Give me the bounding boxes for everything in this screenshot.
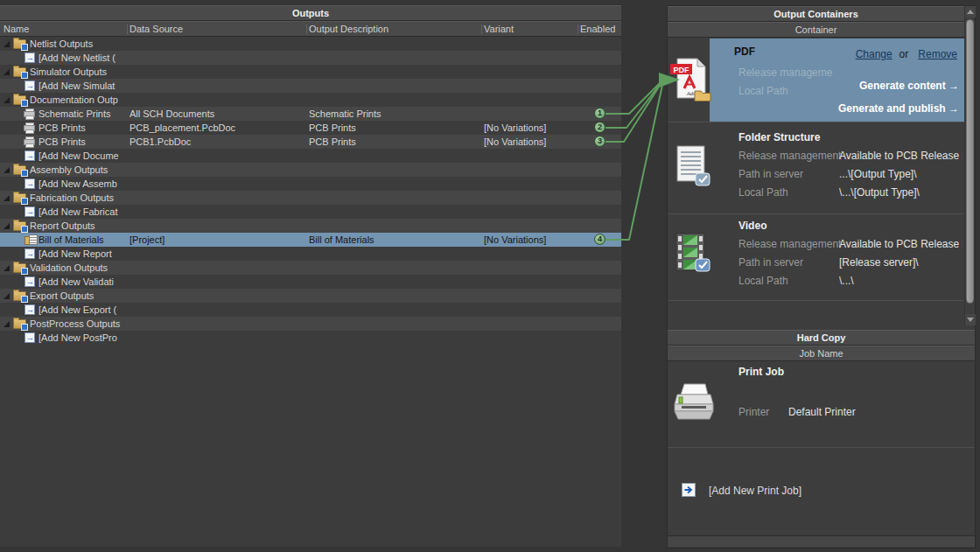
output-name: Schematic Prints <box>38 107 111 121</box>
add-new-label: [Add New PostPro <box>38 331 117 345</box>
expand-arrow-icon[interactable] <box>4 265 10 271</box>
tree-row-assembly-outputs[interactable]: Assembly Outputs <box>0 163 621 177</box>
container-assignment-badge: 3 <box>594 136 606 147</box>
change-link[interactable]: Change <box>856 48 892 60</box>
tree-row-add-new-netlist[interactable]: [Add New Netlist ( <box>0 51 621 65</box>
column-separator <box>306 24 307 34</box>
expand-arrow-icon[interactable] <box>4 69 10 75</box>
section-divider <box>668 300 964 301</box>
col-name: Name <box>4 23 29 36</box>
tree-row-pcb-prints-placement[interactable]: PCB Prints PCB_placement.PcbDoc PCB Prin… <box>0 121 621 135</box>
tree-row-report-outputs[interactable]: Report Outputs <box>0 219 621 233</box>
tree-row-add-new-validation[interactable]: [Add New Validati <box>0 275 621 289</box>
pdf-file-icon: PDF Adobe <box>669 55 711 106</box>
tree-row-netlist-outputs[interactable]: Netlist Outputs <box>0 37 621 51</box>
tree-row-validation-outputs[interactable]: Validation Outputs <box>0 261 621 275</box>
tree-row-pcb-prints-pcb1[interactable]: PCB Prints PCB1.PcbDoc PCB Prints [No Va… <box>0 135 621 149</box>
pdf-release-label: Release manageme <box>738 66 835 79</box>
generate-and-publish-button[interactable]: Generate and publish → <box>838 102 959 115</box>
expand-arrow-icon[interactable] <box>4 223 10 229</box>
output-description: PCB Prints <box>309 121 480 135</box>
fs-release-value: Available to PCB Release sys <box>839 150 962 162</box>
fs-local-label: Local Path <box>738 186 788 199</box>
folder-icon <box>13 193 26 203</box>
output-name: Bill of Materials <box>38 233 104 247</box>
output-description: Bill of Materials <box>309 233 480 247</box>
output-data-source: PCB_placement.PcbDoc <box>130 121 304 135</box>
tree-row-bill-of-materials-selected[interactable]: Bill of Materials [Project] Bill of Mate… <box>0 233 621 247</box>
expand-arrow-icon[interactable] <box>4 321 10 327</box>
add-new-icon <box>24 150 35 161</box>
tree-row-schematic-prints[interactable]: Schematic Prints All SCH Documents Schem… <box>0 107 621 121</box>
container-section-header: Container <box>668 22 964 38</box>
tree-row-add-new-documentation[interactable]: [Add New Docume <box>0 149 621 163</box>
video-title: Video <box>738 220 766 232</box>
tree-row-add-new-assembly[interactable]: [Add New Assemb <box>0 177 621 191</box>
pdf-container-highlight[interactable]: PDF Change or Remove Release manageme Lo… <box>710 38 964 122</box>
expand-arrow-icon[interactable] <box>4 167 10 173</box>
add-new-label: [Add New Fabricat <box>38 205 117 219</box>
expand-arrow-icon[interactable] <box>4 293 10 299</box>
remove-link[interactable]: Remove <box>918 48 957 60</box>
output-name: PCB Prints <box>38 121 86 135</box>
hard-copy-header: Hard Copy <box>668 330 975 346</box>
pdf-local-path-label: Local Path <box>738 85 788 97</box>
tree-row-fabrication-outputs[interactable]: Fabrication Outputs <box>0 191 621 205</box>
container-assignment-badge: 4 <box>594 234 606 245</box>
add-new-label: [Add New Simulat <box>38 79 115 93</box>
video-release-value: Available to PCB Release sys <box>839 238 962 250</box>
printer-icon <box>24 136 35 147</box>
category-label: Netlist Outputs <box>30 37 93 51</box>
svg-text:PDF: PDF <box>674 66 690 74</box>
container-assignment-badge: 1 <box>594 108 606 119</box>
outputjob-editor: { "outputs_panel": { "title": "Outputs",… <box>0 0 980 552</box>
add-new-label: [Add New Validati <box>38 275 114 289</box>
tree-row-postprocess-outputs[interactable]: PostProcess Outputs <box>0 317 621 331</box>
folder-icon <box>13 221 26 231</box>
category-label: Validation Outputs <box>30 261 108 275</box>
printer-icon <box>24 108 35 119</box>
folder-icon <box>13 39 26 49</box>
tree-row-add-new-postprocess[interactable]: [Add New PostPro <box>0 331 621 345</box>
printer-value: Default Printer <box>788 406 856 418</box>
section-divider <box>668 447 975 448</box>
tree-row-add-new-fabrication[interactable]: [Add New Fabricat <box>0 205 621 219</box>
generate-content-button[interactable]: Generate content → <box>859 80 959 92</box>
output-description: Schematic Prints <box>309 107 480 121</box>
output-variant: [No Variations] <box>484 135 577 149</box>
add-new-label: [Add New Netlist ( <box>38 51 116 65</box>
column-separator <box>481 24 482 34</box>
pdf-link-group: Change or Remove <box>856 45 957 61</box>
tree-row-add-new-report[interactable]: [Add New Report <box>0 247 621 261</box>
output-variant: [No Variations] <box>484 233 577 247</box>
output-containers-title: Output Containers <box>668 6 964 22</box>
tree-row-add-new-export[interactable]: [Add New Export ( <box>0 303 621 317</box>
scrollbar-up-arrow[interactable] <box>965 6 976 17</box>
category-label: Fabrication Outputs <box>30 191 114 205</box>
folder-icon <box>13 319 26 329</box>
expand-arrow-icon[interactable] <box>4 41 10 47</box>
add-new-icon <box>24 276 35 287</box>
output-data-source: All SCH Documents <box>130 107 304 121</box>
tree-row-simulator-outputs[interactable]: Simulator Outputs <box>0 65 621 79</box>
tree-row-export-outputs[interactable]: Export Outputs <box>0 289 621 303</box>
add-new-icon <box>682 483 696 500</box>
tree-row-add-new-simulator[interactable]: [Add New Simulat <box>0 79 621 93</box>
scrollbar-down-arrow[interactable] <box>965 314 976 325</box>
tree-row-documentation-outputs[interactable]: Documentation Outp <box>0 93 621 107</box>
category-label: Report Outputs <box>30 219 95 233</box>
container-assignment-badge: 2 <box>594 122 606 133</box>
add-new-print-job-label: [Add New Print Job] <box>709 485 802 497</box>
fs-release-label: Release management <box>738 150 841 162</box>
folder-icon <box>13 67 26 77</box>
pdf-container-title: PDF <box>734 45 755 58</box>
category-label: Documentation Outp <box>30 93 118 107</box>
column-separator <box>127 24 128 34</box>
add-new-label: [Add New Report <box>38 247 112 261</box>
output-containers-panel: Output Containers Container PDF Change o… <box>667 5 976 549</box>
container-list-scrollbar[interactable] <box>964 6 975 325</box>
scrollbar-thumb[interactable] <box>966 19 974 304</box>
video-local-label: Local Path <box>738 275 788 287</box>
expand-arrow-icon[interactable] <box>4 195 10 201</box>
category-label: PostProcess Outputs <box>30 317 120 331</box>
